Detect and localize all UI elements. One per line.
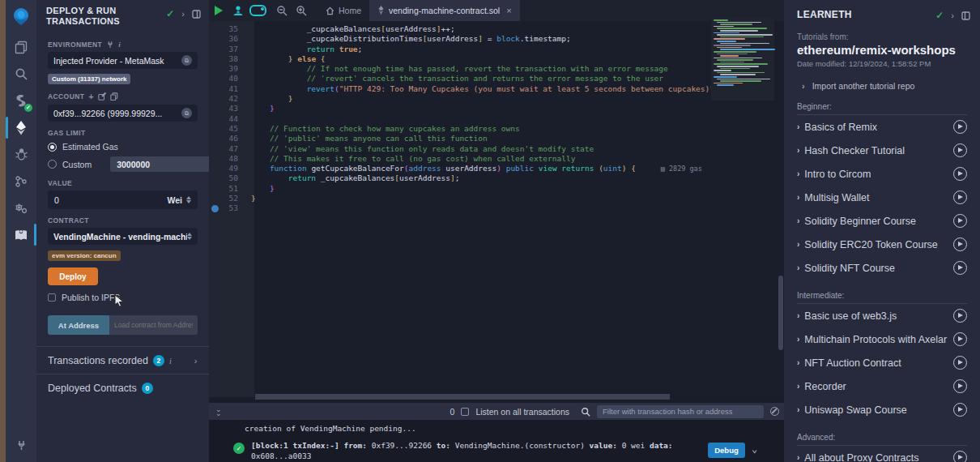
line-content: } xyxy=(251,194,256,203)
transactions-recorded-row[interactable]: Transactions recorded 2 i › xyxy=(36,346,209,374)
terminal-filter-input[interactable] xyxy=(597,405,764,418)
play-tutorial-icon[interactable] xyxy=(953,356,967,370)
add-account-icon[interactable]: + xyxy=(88,92,94,101)
run-script-icon[interactable] xyxy=(209,0,228,21)
tutorial-item[interactable]: ›Solidity ERC20 Token Course xyxy=(797,233,967,256)
info-icon[interactable]: i xyxy=(118,41,121,49)
contract-stepper-icon[interactable] xyxy=(187,233,192,240)
account-select[interactable]: 0xf39...92266 (9999.99929... ⧉ xyxy=(48,105,198,122)
play-tutorial-icon[interactable] xyxy=(953,261,967,275)
import-tutorial-row[interactable]: › Import another tutorial repo xyxy=(784,68,980,91)
deployed-contracts-row[interactable]: Deployed Contracts 0 xyxy=(36,374,209,401)
close-tab-icon[interactable]: × xyxy=(506,6,511,15)
unit-stepper-icon[interactable] xyxy=(186,196,191,203)
tutorial-item[interactable]: ›Uniswap Swap Course xyxy=(797,398,967,421)
search-icon[interactable] xyxy=(6,61,36,88)
tutorial-item[interactable]: ›Solidity Beginner Course xyxy=(797,209,967,233)
value-input-bar[interactable]: 0 Wei xyxy=(48,190,198,209)
debug-button[interactable]: Debug xyxy=(708,443,745,458)
chevron-right-icon: › xyxy=(797,405,799,414)
expand-chevron-icon[interactable]: › xyxy=(194,356,198,366)
at-address-input[interactable] xyxy=(109,315,198,335)
zoom-out-icon[interactable] xyxy=(272,0,292,21)
radio-unselected[interactable] xyxy=(48,160,57,169)
play-tutorial-icon[interactable] xyxy=(953,190,967,204)
learneth-book-icon[interactable] xyxy=(6,221,36,248)
line-content: } xyxy=(251,104,275,113)
debugger-icon[interactable] xyxy=(6,141,36,168)
line-number: 50 xyxy=(209,173,251,183)
settings-icon[interactable] xyxy=(6,195,36,221)
transaction-log-row[interactable]: ✓ [block:1 txIndex:-] from: 0xf39...9226… xyxy=(209,440,784,462)
publish-checkbox[interactable] xyxy=(48,293,56,302)
publish-ipfs-option[interactable]: Publish to IPFS xyxy=(48,293,198,302)
panel-layout-icon[interactable] xyxy=(961,11,970,20)
play-tutorial-icon[interactable] xyxy=(953,403,967,417)
terminal-expand-icon[interactable]: ⌄⌄ xyxy=(215,408,222,416)
tutorial-item[interactable]: ›Basic use of web3.js xyxy=(797,304,967,327)
line-content: return _cupcakeBalances[userAddress]; xyxy=(251,173,459,183)
panel-layout-icon[interactable] xyxy=(192,10,201,19)
zoom-in-icon[interactable] xyxy=(292,0,311,21)
file-explorer-icon[interactable] xyxy=(6,34,36,61)
line-content: } else { xyxy=(251,54,326,64)
clear-console-icon[interactable] xyxy=(770,407,779,416)
tutorial-item[interactable]: ›Multisig Wallet xyxy=(797,186,967,209)
terminal-log[interactable]: creation of VendingMachine pending... ✓ … xyxy=(209,420,784,462)
edit-icon[interactable] xyxy=(98,92,106,101)
minimap[interactable] xyxy=(711,18,774,101)
play-tutorial-icon[interactable] xyxy=(953,451,967,462)
recorder-person-icon[interactable] xyxy=(228,0,248,21)
solidity-compiler-icon[interactable]: ✓ xyxy=(6,88,36,114)
line-number: 51 xyxy=(209,184,251,194)
tutorial-item[interactable]: ›NFT Auction Contract xyxy=(797,351,967,374)
tutorial-item[interactable]: ›Multichain Protocols with Axelar xyxy=(797,327,967,351)
gas-custom-option[interactable]: Custom xyxy=(48,156,198,172)
remix-logo[interactable] xyxy=(6,0,36,34)
gas-estimated-option[interactable]: Estimated Gas xyxy=(48,142,198,152)
radio-selected[interactable] xyxy=(48,143,57,152)
copy-icon[interactable] xyxy=(110,92,118,101)
contract-select[interactable]: VendingMachine - vending-machin xyxy=(48,228,198,245)
deploy-run-icon[interactable] xyxy=(6,114,36,141)
git-icon[interactable] xyxy=(6,168,36,195)
environment-select[interactable]: Injected Provider - MetaMask ⧉ xyxy=(48,52,198,69)
at-address-button[interactable]: At Address xyxy=(48,315,109,335)
play-tutorial-icon[interactable] xyxy=(953,309,967,323)
code-line: 49 function getCupcakeBalanceFor(address… xyxy=(209,164,784,173)
tx-expand-chevron-icon[interactable]: ⌄ xyxy=(752,443,757,455)
copy-circle-icon[interactable]: ⧉ xyxy=(181,55,192,66)
plug-icon[interactable] xyxy=(6,432,36,459)
theme-toggle-icon[interactable] xyxy=(248,0,267,21)
code-editor[interactable]: 35 _cupcakeBalances[userAddress]++;36 _c… xyxy=(209,21,784,397)
play-tutorial-icon[interactable] xyxy=(953,143,967,157)
play-tutorial-icon[interactable] xyxy=(953,237,967,251)
tutorial-item[interactable]: ›Hash Checker Tutorial xyxy=(797,139,967,162)
value-input[interactable]: 0 xyxy=(54,195,59,205)
panel-expand-icon[interactable]: › xyxy=(181,9,185,19)
play-tutorial-icon[interactable] xyxy=(953,332,967,346)
horizontal-scrollbar[interactable] xyxy=(255,394,670,400)
tab-vending-machine-contract[interactable]: vending-machine-contract.sol × xyxy=(369,0,520,21)
play-tutorial-icon[interactable] xyxy=(953,379,967,393)
listen-label: Listen on all transactions xyxy=(475,407,569,417)
tutorial-item[interactable]: ›Intro to Circom xyxy=(797,162,967,186)
chevron-right-icon: › xyxy=(797,169,799,178)
copy-circle-icon[interactable]: ⧉ xyxy=(181,108,192,118)
panel-scrollbar-thumb[interactable] xyxy=(778,276,783,350)
tutorial-item[interactable]: ›All about Proxy Contracts xyxy=(797,446,967,462)
tutorial-item[interactable]: ›Solidity NFT Course xyxy=(797,256,967,280)
info-icon[interactable]: i xyxy=(169,357,172,366)
panel-expand-icon[interactable]: › xyxy=(951,11,954,20)
play-tutorial-icon[interactable] xyxy=(953,214,967,228)
tutorial-item[interactable]: ›Basics of Remix xyxy=(797,115,967,139)
deploy-button[interactable]: Deploy xyxy=(48,267,98,285)
listen-checkbox[interactable] xyxy=(461,408,469,416)
gas-custom-input[interactable] xyxy=(110,156,211,172)
tab-home[interactable]: Home xyxy=(317,0,369,21)
tutorial-item[interactable]: ›Recorder xyxy=(797,374,967,398)
value-unit-select[interactable]: Wei xyxy=(168,195,191,205)
play-tutorial-icon[interactable] xyxy=(953,120,967,134)
play-tutorial-icon[interactable] xyxy=(953,167,967,181)
evm-version-badge: evm version: cancun xyxy=(48,250,121,261)
